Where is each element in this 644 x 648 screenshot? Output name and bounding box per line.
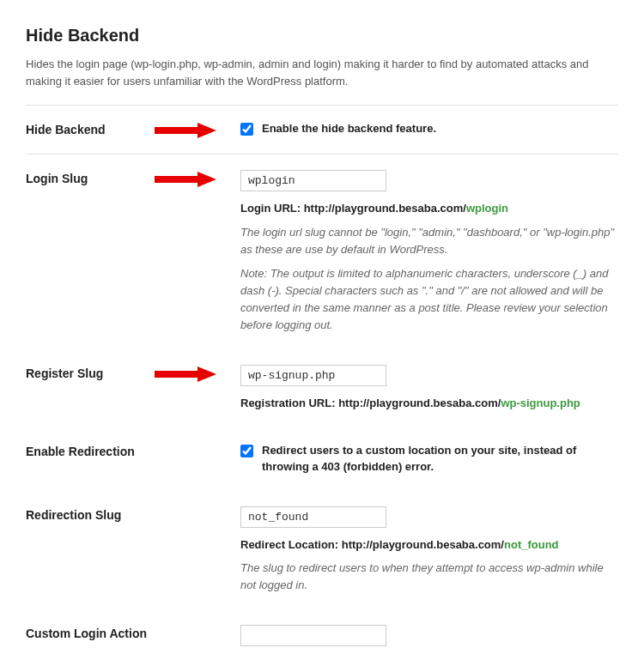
input-login-slug[interactable]: [240, 170, 386, 191]
checkbox-label-enable-redirection: Redirect users to a custom location on y…: [262, 443, 618, 475]
label-register-slug: Register Slug: [26, 365, 155, 380]
checkbox-hide-backend[interactable]: [240, 123, 253, 136]
arrow-right-icon: [155, 366, 216, 382]
label-custom-login-action: Custom Login Action: [26, 625, 155, 640]
register-url-display: Registration URL: http://playground.besa…: [240, 395, 618, 412]
login-url-display: Login URL: http://playground.besaba.com/…: [240, 200, 618, 217]
register-url-base: http://playground.besaba.com/: [338, 397, 501, 409]
row-custom-login-action: Custom Login Action: [26, 609, 618, 648]
row-login-slug: Login Slug Login URL: http://playground.…: [26, 154, 618, 349]
row-hide-backend: Hide Backend Enable the hide backend fea…: [26, 106, 618, 154]
svg-marker-1: [197, 123, 216, 138]
redirection-url-slug: not_found: [504, 538, 559, 551]
label-enable-redirection: Enable Redirection: [26, 443, 155, 458]
input-custom-login-action[interactable]: [240, 625, 386, 646]
arrow-right-icon: [155, 123, 216, 138]
row-enable-redirection: Enable Redirection Redirect users to a c…: [26, 427, 618, 491]
checkbox-enable-redirection[interactable]: [240, 445, 253, 457]
redirection-url-display: Redirect Location: http://playground.bes…: [240, 536, 618, 554]
row-redirection-slug: Redirection Slug Redirect Location: http…: [26, 491, 618, 610]
svg-marker-5: [197, 366, 216, 382]
page-title: Hide Backend: [26, 26, 618, 45]
input-register-slug[interactable]: [240, 365, 386, 386]
register-url-label: Registration URL:: [240, 397, 338, 409]
redirection-url-label: Redirect Location:: [240, 538, 342, 551]
login-url-base: http://playground.besaba.com/: [304, 202, 466, 215]
svg-rect-4: [155, 371, 199, 378]
register-url-slug: wp-signup.php: [501, 397, 580, 409]
login-slug-help2: Note: The output is limited to alphanume…: [240, 265, 618, 335]
label-login-slug: Login Slug: [26, 170, 155, 185]
arrow-right-icon: [155, 172, 216, 187]
login-url-slug: wplogin: [466, 202, 508, 215]
annotation-arrow-register-slug: [155, 365, 240, 382]
input-redirection-slug[interactable]: [240, 506, 386, 528]
annotation-arrow-login-slug: [155, 170, 240, 187]
redirection-slug-help1: The slug to redirect users to when they …: [240, 560, 618, 594]
login-slug-help1: The login url slug cannot be "login," "a…: [240, 224, 618, 258]
label-redirection-slug: Redirection Slug: [26, 506, 155, 522]
row-register-slug: Register Slug Registration URL: http://p…: [26, 349, 618, 427]
redirection-url-base: http://playground.besaba.com/: [342, 538, 504, 551]
svg-rect-2: [155, 176, 199, 183]
svg-rect-0: [155, 127, 199, 134]
label-hide-backend: Hide Backend: [26, 121, 155, 136]
annotation-arrow-hide-backend: [155, 121, 240, 138]
page-description: Hides the login page (wp-login.php, wp-a…: [26, 56, 618, 89]
checkbox-label-hide-backend: Enable the hide backend feature.: [262, 121, 436, 137]
svg-marker-3: [197, 172, 216, 187]
login-url-label: Login URL:: [240, 202, 304, 215]
